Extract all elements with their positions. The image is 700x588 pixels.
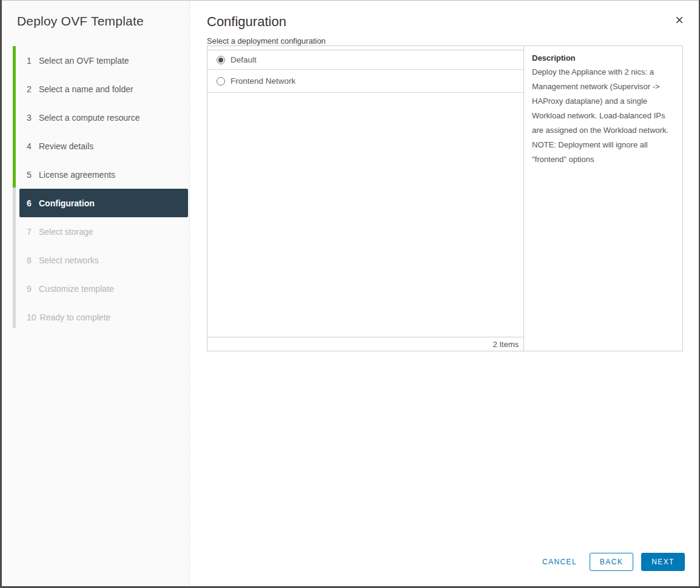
grid-header-strip: [207, 46, 523, 50]
configuration-datagrid: Default Frontend Network 2 Items Descrip…: [207, 46, 683, 351]
radio-dot: [218, 58, 223, 63]
option-label: Frontend Network: [231, 76, 295, 86]
step-number: 5: [27, 170, 35, 180]
deploy-ovf-template-dialog: Deploy OVF Template 1 Select an OVF temp…: [2, 0, 699, 586]
grid-item-count: 2 Items: [207, 337, 523, 351]
step-label: Select storage: [39, 227, 93, 237]
step-number: 8: [27, 255, 35, 265]
wizard-step-5-license-agreements[interactable]: 5 License agreements: [2, 160, 189, 189]
step-label: Select an OVF template: [39, 56, 129, 66]
step-label: Ready to complete: [40, 313, 111, 322]
step-number: 4: [27, 141, 35, 151]
configuration-options-grid: Default Frontend Network 2 Items: [207, 46, 524, 351]
dialog-title: Deploy OVF Template: [17, 14, 144, 29]
description-title: Description: [532, 52, 675, 65]
wizard-step-7-select-storage[interactable]: 7 Select storage: [2, 217, 189, 246]
wizard-step-1-select-ovf-template[interactable]: 1 Select an OVF template: [2, 46, 189, 75]
wizard-step-6-configuration-active[interactable]: 6 Configuration: [19, 189, 188, 217]
cancel-button[interactable]: CANCEL: [537, 553, 582, 571]
radio-button-default[interactable]: [217, 56, 225, 64]
step-label: Customize template: [39, 284, 114, 294]
wizard-step-9-customize-template[interactable]: 9 Customize template: [2, 274, 189, 303]
step-number: 1: [27, 56, 35, 66]
option-row-frontend-network[interactable]: Frontend Network: [207, 70, 523, 93]
next-button[interactable]: NEXT: [641, 553, 685, 571]
wizard-step-3-select-compute-resource[interactable]: 3 Select a compute resource: [2, 103, 189, 132]
back-button[interactable]: BACK: [590, 553, 633, 571]
step-number: 2: [27, 84, 35, 94]
wizard-step-10-ready-to-complete[interactable]: 10 Ready to complete: [2, 303, 189, 331]
wizard-action-bar: CANCEL BACK NEXT: [537, 553, 685, 571]
step-number: 9: [27, 284, 35, 294]
wizard-step-8-select-networks[interactable]: 8 Select networks: [2, 246, 189, 274]
step-label: Select a compute resource: [39, 113, 140, 123]
page-title: Configuration: [207, 14, 286, 30]
description-body: Deploy the Appliance with 2 nics: a Mana…: [532, 65, 675, 167]
configuration-step-panel: Configuration Select a deployment config…: [190, 1, 699, 586]
step-label: Select a name and folder: [39, 84, 133, 94]
wizard-steps-sidebar: Deploy OVF Template 1 Select an OVF temp…: [2, 1, 190, 586]
step-label: License agreements: [39, 170, 115, 180]
option-row-default[interactable]: Default: [207, 50, 523, 70]
page-subtitle: Select a deployment configuration: [207, 36, 326, 46]
step-number: 6: [27, 198, 35, 208]
description-panel: Description Deploy the Appliance with 2 …: [524, 46, 682, 351]
radio-button-frontend-network[interactable]: [217, 77, 225, 86]
step-label: Review details: [39, 141, 93, 151]
wizard-step-2-select-name-folder[interactable]: 2 Select a name and folder: [2, 75, 189, 103]
option-label: Default: [231, 55, 257, 64]
step-label: Configuration: [39, 198, 95, 208]
step-label: Select networks: [39, 255, 99, 265]
wizard-step-list: 1 Select an OVF template 2 Select a name…: [2, 46, 189, 331]
wizard-step-4-review-details[interactable]: 4 Review details: [2, 132, 189, 160]
step-number: 3: [27, 113, 35, 123]
step-number: 10: [27, 313, 36, 322]
step-number: 7: [27, 227, 35, 237]
close-icon[interactable]: ×: [671, 12, 688, 29]
